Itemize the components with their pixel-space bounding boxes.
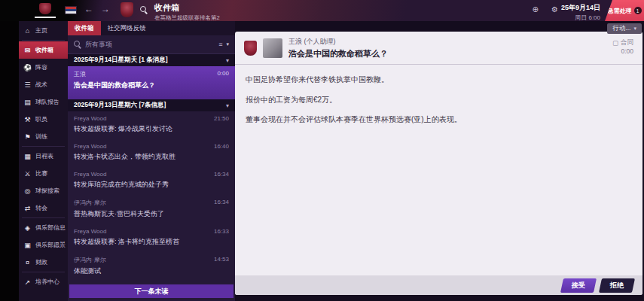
sidebar-item-training[interactable]: ⚑训练: [19, 128, 68, 145]
sidebar-separator: [22, 40, 65, 41]
chevron-down-icon[interactable]: ▾: [226, 41, 229, 47]
sidebar-item-scouting[interactable]: ◎球探搜索: [19, 182, 68, 199]
urgent-continue-button[interactable]: 急需处理 1: [605, 0, 644, 21]
tag-icon: ▢: [612, 39, 618, 47]
page-title: 收件箱: [154, 2, 220, 14]
sidebar-item-label: 培养中心: [35, 278, 60, 286]
message-sender: 王浪 (个人助理): [288, 37, 388, 47]
message-paragraph: 董事会现在并不会评估球队本赛季在世界杯预选赛(亚)上的表现。: [246, 114, 632, 125]
world-icon[interactable]: ⊕: [533, 5, 539, 14]
game-date-line2: 周日 6:00: [561, 14, 600, 22]
sidebar-item-club-vision[interactable]: ▣俱乐部愿景: [19, 236, 68, 254]
sidebar-item-schedule[interactable]: ▦日程表: [19, 147, 68, 165]
sidebar-item-home[interactable]: ⌂主页: [19, 22, 68, 39]
mail-list-item[interactable]: Freya Wood21:50转发超级联赛: 爆冷战果引发讨论: [68, 111, 235, 139]
view-options-icon[interactable]: ≡: [218, 41, 222, 48]
next-unread-button[interactable]: 下一条未读: [69, 284, 233, 298]
accept-button[interactable]: 接受: [560, 278, 597, 293]
sidebar-separator: [22, 272, 65, 272]
gear-icon[interactable]: ⚙: [551, 5, 558, 14]
mail-search-label: 所有事项: [85, 40, 112, 50]
urgent-count-badge: 1: [634, 7, 642, 14]
home-icon: ⌂: [23, 27, 32, 35]
national-team-flag-icon[interactable]: [65, 6, 77, 14]
forward-arrow-icon[interactable]: →: [101, 4, 110, 14]
top-bar: ← → 收件箱 在英格兰超级联赛排名第2 ⊕ ⚙ 25年9月14日 周日 6:0…: [0, 0, 644, 21]
sidebar-item-staff[interactable]: ⚒职员: [19, 111, 68, 128]
reject-button[interactable]: 拒绝: [599, 278, 635, 293]
game-date[interactable]: 25年9月14日 周日 6:00: [561, 3, 600, 22]
sidebar-item-development-centre[interactable]: ↗培养中心: [19, 273, 68, 290]
mail-subject: 转发洛卡状态出众，带领约克取胜: [74, 152, 229, 162]
back-arrow-icon[interactable]: ←: [84, 4, 93, 14]
message-tag: 合同: [621, 38, 633, 47]
mail-item-top: 伊冯内·摩尔14:53: [74, 256, 229, 264]
sidebar-item-competitions[interactable]: ⚔比赛: [19, 165, 68, 182]
mail-list-item[interactable]: 伊冯内·摩尔14:53体能测试: [68, 252, 235, 281]
sidebar-item-label: 日程表: [35, 152, 53, 160]
mail-sender: 王浪: [74, 70, 86, 78]
sidebar-separator: [22, 146, 65, 147]
competitions-icon: ⚔: [23, 170, 32, 178]
mail-time: 16:40: [214, 143, 229, 150]
sender-avatar: [263, 38, 282, 58]
accept-label: 接受: [572, 281, 585, 290]
club-crest-icon[interactable]: [121, 2, 133, 17]
mail-list-item[interactable]: Freya Wood16:40转发洛卡状态出众，带领约克取胜: [68, 139, 235, 167]
sidebar-item-squad[interactable]: ⚽阵容: [19, 59, 68, 76]
transfers-icon: ⇄: [23, 205, 32, 212]
actions-dropdown-button[interactable]: 行动... ▾: [607, 23, 642, 34]
scouting-icon: ◎: [23, 187, 32, 195]
development-centre-icon: ↗: [23, 278, 32, 286]
mail-tab-social[interactable]: 社交网络反馈: [101, 21, 153, 35]
message-paragraph: 报价中的工资为每周€2万。: [246, 95, 632, 105]
mail-list-item[interactable]: 王浪0:00浩会是中国的救命稻草么？: [68, 66, 235, 99]
game-date-line1: 25年9月14日: [561, 3, 600, 13]
message-body: 中国足协希望你来代替李铁执掌中国教鞭。报价中的工资为每周€2万。董事会现在并不会…: [235, 65, 642, 275]
chevron-down-icon: ▾: [633, 26, 636, 32]
sidebar-item-inbox[interactable]: ✉收件箱: [19, 41, 68, 59]
mail-search-row[interactable]: 所有事项 ≡ ▾: [68, 35, 235, 54]
mail-date-header[interactable]: 2025年9月14日星期天 [1 条消息]▾: [68, 54, 235, 66]
sidebar-item-transfers[interactable]: ⇄转会: [19, 199, 68, 217]
mail-subject: 浩会是中国的救命稻草么？: [74, 81, 229, 90]
schedule-icon: ▦: [23, 153, 32, 160]
mail-subject: 转发库珀完成在约克城的处子秀: [74, 180, 229, 190]
mail-sender: Freya Wood: [74, 143, 106, 150]
page-subtitle: 在英格兰超级联赛排名第2: [154, 14, 220, 22]
sidebar-item-label: 俱乐部信息: [35, 223, 66, 232]
sidebar-item-finances[interactable]: ¤财政: [19, 254, 68, 271]
mail-list-item[interactable]: Freya Wood16:33转发超级联赛: 洛卡将约克推至榜首: [68, 224, 235, 252]
mail-time: 0:00: [217, 70, 229, 78]
tactics-icon: ☰: [23, 81, 32, 89]
mail-item-top: Freya Wood16:40: [74, 143, 229, 150]
training-icon: ⚑: [23, 133, 32, 141]
manager-club-crest-icon[interactable]: [39, 3, 51, 14]
sidebar-item-tactics[interactable]: ☰战术: [19, 76, 68, 93]
sidebar-item-team-report[interactable]: ▤球队报告: [19, 93, 68, 111]
sidebar-item-club-info[interactable]: ◈俱乐部信息: [19, 219, 68, 236]
date-header-label: 2025年9月14日星期天 [1 条消息]: [74, 56, 168, 65]
chevron-down-icon: ▾: [226, 57, 229, 64]
message-card: 王浪 (个人助理) 浩会是中国的救命稻草么？ ▢ 合同 0:00 中国足协希望你…: [235, 32, 642, 295]
mail-time: 14:53: [214, 256, 229, 264]
mail-sender: Freya Wood: [74, 228, 106, 235]
message-paragraph: 中国足协希望你来代替李铁执掌中国教鞭。: [246, 74, 632, 85]
mail-list-item[interactable]: 伊冯内·摩尔16:34普热梅斯瓦夫·雷巴科夫受伤了: [68, 195, 235, 224]
mail-sender: 伊冯内·摩尔: [74, 199, 106, 207]
mail-item-top: Freya Wood21:50: [74, 115, 229, 122]
sidebar-item-label: 转会: [35, 204, 47, 212]
message-time: 0:00: [612, 47, 633, 55]
message-header: 王浪 (个人助理) 浩会是中国的救命稻草么？ ▢ 合同 0:00: [235, 32, 642, 65]
actions-label: 行动...: [612, 24, 630, 33]
mail-list-item[interactable]: Freya Wood16:34转发库珀完成在约克城的处子秀: [68, 167, 235, 195]
mail-sender: 伊冯内·摩尔: [74, 256, 106, 264]
club-vision-icon: ▣: [23, 242, 32, 249]
search-icon[interactable]: [140, 6, 148, 14]
page-title-block: 收件箱 在英格兰超级联赛排名第2: [154, 2, 220, 22]
inbox-icon: ✉: [23, 47, 32, 54]
mail-date-header[interactable]: 2025年9月13日星期六 [7条信息]▾: [68, 99, 235, 111]
mail-tab-inbox[interactable]: 收件箱: [68, 21, 101, 35]
sidebar-item-label: 收件箱: [35, 46, 53, 54]
left-black-column: [0, 0, 19, 301]
